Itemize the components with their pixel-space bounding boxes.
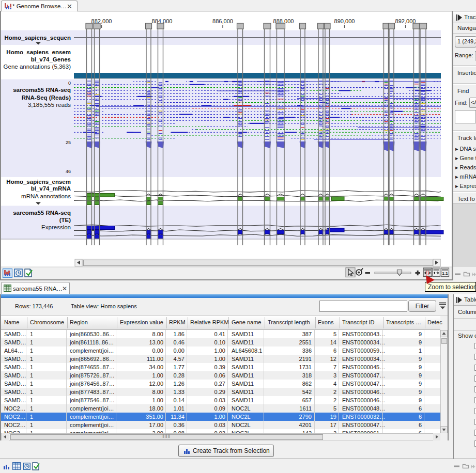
svg-text:bl_v74_Genes: bl_v74_Genes bbox=[31, 56, 71, 62]
svg-text:3,185,555 reads: 3,185,555 reads bbox=[28, 102, 71, 108]
svg-text:Homo_sapiens_ensem: Homo_sapiens_ensem bbox=[6, 49, 71, 55]
svg-text:Homo_sapiens_sequen: Homo_sapiens_sequen bbox=[5, 35, 71, 41]
svg-text:0: 0 bbox=[68, 81, 71, 86]
svg-text:Gene annotations (5,363): Gene annotations (5,363) bbox=[4, 64, 71, 70]
svg-text:mRNA annotations: mRNA annotations bbox=[21, 193, 71, 199]
svg-text:46: 46 bbox=[66, 169, 71, 174]
svg-text:sarcoma55 RNA-seq: sarcoma55 RNA-seq bbox=[13, 87, 71, 93]
svg-text:Homo_sapiens_ensem: Homo_sapiens_ensem bbox=[6, 179, 71, 185]
svg-text:RNA-Seq (Reads): RNA-Seq (Reads) bbox=[22, 94, 71, 101]
svg-text:25: 25 bbox=[66, 140, 71, 145]
svg-text:bl_v74_mRNA: bl_v74_mRNA bbox=[31, 185, 71, 192]
svg-text:886,000: 886,000 bbox=[212, 18, 233, 24]
svg-text:Expression: Expression bbox=[41, 224, 71, 230]
svg-text:1:1: 1:1 bbox=[442, 271, 448, 276]
svg-text:890,000: 890,000 bbox=[334, 18, 355, 24]
svg-text:sarcoma55 RNA-seq: sarcoma55 RNA-seq bbox=[13, 210, 71, 216]
svg-text:(TE): (TE) bbox=[59, 217, 71, 223]
